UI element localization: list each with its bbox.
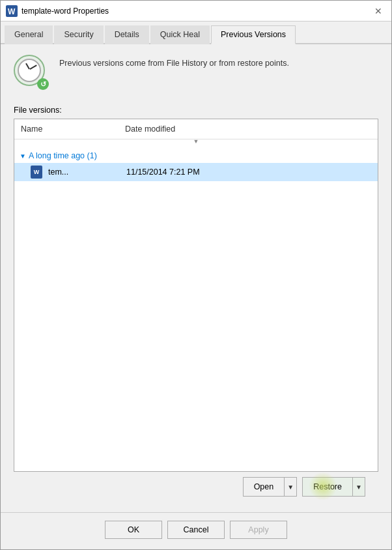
item-date: 11/15/2014 7:21 PM (126, 167, 372, 177)
info-icon: ↺ (14, 55, 49, 90)
apply-button[interactable]: Apply (230, 521, 287, 539)
word-file-icon: W (30, 166, 43, 179)
col-header-name: Name (14, 122, 119, 136)
list-header: Name Date modified (14, 119, 378, 139)
open-dropdown-arrow[interactable]: ▼ (284, 477, 297, 497)
group-header[interactable]: ▼ A long time ago (1) (14, 149, 378, 163)
tab-details[interactable]: Details (105, 25, 149, 44)
app-icon: W (6, 5, 18, 17)
list-body: ▼ A long time ago (1) W tem... 11/15/201… (14, 146, 378, 471)
close-button[interactable]: ✕ (371, 3, 386, 19)
item-name: tem... (48, 167, 126, 177)
open-split-button: Open ▼ (243, 477, 298, 497)
file-versions-list: Name Date modified ▼ ▼ A long time ago (… (14, 119, 378, 472)
chevron-icon: ▼ (20, 152, 26, 160)
content-area: ↺ Previous versions come from File Histo… (1, 44, 391, 512)
file-versions-label: File versions: (14, 106, 378, 115)
tab-general[interactable]: General (5, 25, 53, 44)
bottom-buttons: OK Cancel Apply (1, 512, 391, 549)
tab-previous-versions[interactable]: Previous Versions (211, 25, 296, 44)
tab-quickheal[interactable]: Quick Heal (150, 25, 210, 44)
sort-indicator: ▼ (14, 138, 378, 145)
group-label: A long time ago (1) (29, 151, 97, 160)
dialog-window: W template-word Properties ✕ General Sec… (0, 0, 392, 550)
tab-security[interactable]: Security (54, 25, 103, 44)
cancel-button[interactable]: Cancel (167, 521, 225, 539)
col-header-date: Date modified (119, 122, 378, 136)
list-item[interactable]: W tem... 11/15/2014 7:21 PM (14, 163, 378, 181)
ok-button[interactable]: OK (105, 521, 162, 539)
window-title: template-word Properties (21, 7, 371, 16)
open-button[interactable]: Open (243, 477, 285, 497)
svg-text:W: W (8, 7, 16, 16)
info-section: ↺ Previous versions come from File Histo… (14, 55, 378, 90)
tab-bar: General Security Details Quick Heal Prev… (1, 22, 391, 44)
restore-split-button: Restore ▼ (302, 477, 365, 497)
restore-dropdown-arrow[interactable]: ▼ (352, 477, 365, 497)
info-text: Previous versions come from File History… (59, 55, 289, 70)
restore-button[interactable]: Restore (302, 477, 352, 497)
restore-arrow-icon: ↺ (37, 78, 49, 90)
title-bar: W template-word Properties ✕ (1, 1, 391, 22)
action-buttons-row: Open ▼ Restore ▼ (14, 472, 378, 502)
